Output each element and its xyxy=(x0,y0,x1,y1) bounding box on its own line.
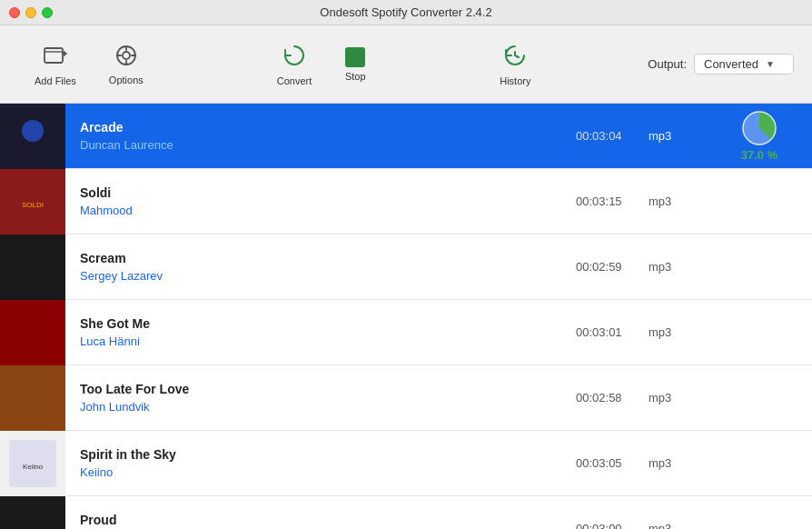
track-thumbnail xyxy=(0,365,65,431)
track-duration: 00:03:15 xyxy=(576,195,649,208)
track-title: Proud xyxy=(80,513,561,527)
track-info: Too Late For LoveJohn Lundvik xyxy=(65,374,576,421)
track-thumbnail: PROUD xyxy=(0,496,65,530)
track-thumbnail: SOLDI xyxy=(0,169,65,235)
track-title: Soldi xyxy=(80,185,561,200)
track-row[interactable]: KeiinoSpirit in the SkyKeiino00:03:05mp3 xyxy=(0,431,812,496)
history-icon xyxy=(502,43,528,72)
svg-point-5 xyxy=(123,52,130,59)
options-button[interactable]: Options xyxy=(93,44,160,85)
track-thumbnail xyxy=(0,104,65,169)
add-files-icon xyxy=(43,43,68,72)
track-format: mp3 xyxy=(649,260,721,274)
add-files-label: Add Files xyxy=(35,75,76,86)
svg-line-11 xyxy=(515,55,519,57)
track-format: mp3 xyxy=(649,129,721,143)
track-artist[interactable]: John Lundvik xyxy=(80,400,561,414)
track-artist[interactable]: Sergey Lazarev xyxy=(80,269,561,283)
track-artist[interactable]: Keiino xyxy=(80,465,561,479)
track-duration: 00:02:59 xyxy=(576,260,649,274)
track-format: mp3 xyxy=(649,391,721,404)
chevron-down-icon: ▼ xyxy=(766,59,775,69)
minimize-button[interactable] xyxy=(25,7,36,18)
track-format: mp3 xyxy=(649,456,721,470)
track-duration: 00:03:00 xyxy=(576,522,649,529)
track-format: mp3 xyxy=(649,522,721,529)
track-list: ArcadeDuncan Laurence00:03:04mp337.0 %SO… xyxy=(0,104,812,529)
add-files-button[interactable]: Add Files xyxy=(18,43,93,86)
track-thumbnail: Keiino xyxy=(0,431,65,496)
traffic-lights xyxy=(9,7,53,18)
output-dropdown[interactable]: Converted ▼ xyxy=(694,54,794,75)
track-artist[interactable]: Mahmood xyxy=(80,204,561,217)
track-info: SoldiMahmood xyxy=(65,178,576,225)
svg-rect-18 xyxy=(0,235,65,300)
output-value: Converted xyxy=(704,57,758,71)
track-duration: 00:03:01 xyxy=(576,325,649,339)
track-info: Spirit in the SkyKeiino xyxy=(65,440,576,486)
history-button[interactable]: History xyxy=(483,43,547,86)
toolbar: Add Files Options Convert xyxy=(0,25,812,104)
track-format: mp3 xyxy=(649,195,721,208)
svg-rect-24 xyxy=(0,496,65,530)
maximize-button[interactable] xyxy=(42,7,53,18)
window-title: Ondesoft Spotify Converter 2.4.2 xyxy=(320,5,491,19)
svg-text:SOLDI: SOLDI xyxy=(22,201,44,209)
track-title: Too Late For Love xyxy=(80,382,561,396)
svg-rect-19 xyxy=(0,300,65,365)
track-artist[interactable]: Duncan Laurence xyxy=(80,138,561,152)
convert-button[interactable]: Convert xyxy=(261,43,329,86)
progress-circle xyxy=(741,110,777,146)
track-info: ProudTamara Todevska xyxy=(65,505,576,529)
track-title: Spirit in the Sky xyxy=(80,447,561,462)
track-row[interactable]: ArcadeDuncan Laurence00:03:04mp337.0 % xyxy=(0,104,812,169)
track-title: Scream xyxy=(80,251,561,265)
stop-button[interactable]: Stop xyxy=(328,47,382,82)
track-row[interactable]: Too Late For LoveJohn Lundvik00:02:58mp3 xyxy=(0,365,812,431)
track-info: She Got MeLuca Hänni xyxy=(65,309,576,355)
svg-rect-20 xyxy=(0,365,65,431)
track-row[interactable]: SOLDISoldiMahmood00:03:15mp3 xyxy=(0,169,812,235)
track-row[interactable]: She Got MeLuca Hänni00:03:01mp3 xyxy=(0,300,812,365)
options-icon xyxy=(114,44,138,71)
svg-text:Keiino: Keiino xyxy=(23,463,44,471)
stop-icon xyxy=(345,47,365,67)
stop-label: Stop xyxy=(345,71,366,82)
options-label: Options xyxy=(109,75,144,85)
titlebar: Ondesoft Spotify Converter 2.4.2 xyxy=(0,0,812,25)
track-info: ScreamSergey Lazarev xyxy=(65,244,576,290)
history-label: History xyxy=(500,75,530,86)
convert-label: Convert xyxy=(277,75,312,86)
track-duration: 00:03:05 xyxy=(576,456,649,470)
track-artist[interactable]: Luca Hänni xyxy=(80,334,561,348)
output-area: Output: Converted ▼ xyxy=(648,54,794,75)
output-label: Output: xyxy=(648,57,687,71)
track-title: She Got Me xyxy=(80,316,561,331)
track-title: Arcade xyxy=(80,120,561,135)
track-thumbnail xyxy=(0,235,65,300)
track-thumbnail xyxy=(0,300,65,365)
svg-rect-0 xyxy=(45,48,63,63)
track-row[interactable]: ScreamSergey Lazarev00:02:59mp3 xyxy=(0,235,812,300)
progress-text: 37.0 % xyxy=(741,148,777,162)
track-duration: 00:03:04 xyxy=(576,129,649,143)
track-format: mp3 xyxy=(649,325,721,339)
track-duration: 00:02:58 xyxy=(576,391,649,404)
track-row[interactable]: PROUDProudTamara Todevska00:03:00mp3 xyxy=(0,496,812,529)
convert-icon xyxy=(282,43,307,72)
svg-point-13 xyxy=(22,120,44,142)
track-progress: 37.0 % xyxy=(721,110,812,162)
track-info: ArcadeDuncan Laurence xyxy=(65,113,576,159)
close-button[interactable] xyxy=(9,7,20,18)
